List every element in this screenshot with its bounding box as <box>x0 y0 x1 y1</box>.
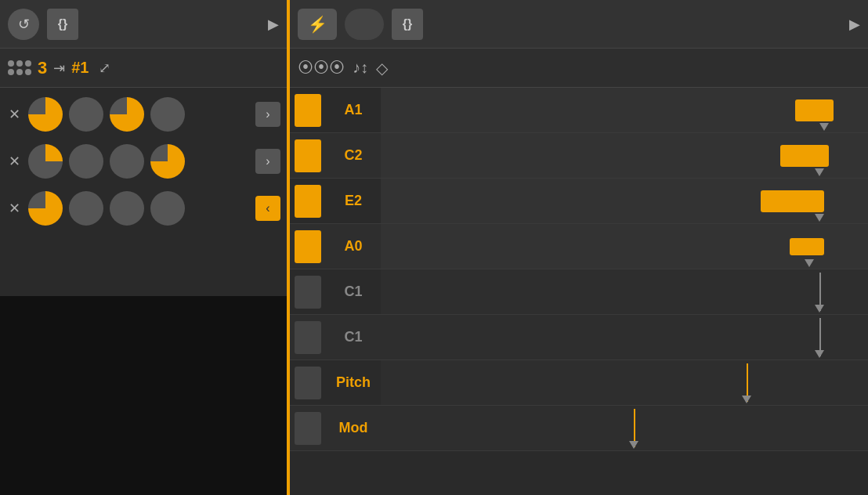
lightning-button[interactable]: ⚡ <box>298 9 337 40</box>
bars-icon[interactable]: ⦿⦿⦿ <box>298 59 345 77</box>
marker-a1 <box>819 123 829 131</box>
note-c2 <box>780 145 829 167</box>
track-label-c1-1: C1 <box>326 284 381 300</box>
track-label-c2: C2 <box>326 147 381 164</box>
track-row-a1: A1 <box>290 88 868 133</box>
marker-pitch <box>742 396 751 403</box>
grid-row-2: ✕ › <box>6 139 280 183</box>
track-row-a0: A0 <box>290 224 868 269</box>
circle-1-2[interactable] <box>69 97 103 132</box>
lightning-icon: ⚡ <box>308 15 327 34</box>
grid-area: ✕ › ✕ › ✕ ‹ <box>0 88 287 296</box>
left-panel: ↺ {} ▶ 3 ⇥ #1 ⤢ ✕ › ✕ <box>0 0 290 495</box>
note-a0 <box>790 238 824 255</box>
track-color-c2[interactable] <box>295 139 321 172</box>
line-c1-2 <box>819 318 821 356</box>
grid-row-3: ✕ ‹ <box>6 186 280 230</box>
marker-c2 <box>815 168 824 176</box>
loop-button[interactable]: ↺ <box>8 9 39 40</box>
marker-a0 <box>805 259 814 267</box>
remove-btn-2[interactable]: ✕ <box>6 153 22 170</box>
track-label-e2: E2 <box>326 193 381 209</box>
circle-2-3[interactable] <box>110 144 144 179</box>
play-button-right[interactable]: ▶ <box>849 16 860 33</box>
note-icon[interactable]: ♪↕ <box>353 59 368 77</box>
remove-btn-3[interactable]: ✕ <box>6 200 22 217</box>
marker-e2 <box>815 214 824 222</box>
track-lane-a1[interactable] <box>381 88 868 132</box>
track-lane-mod[interactable] <box>381 406 868 450</box>
track-color-c1-1[interactable] <box>295 276 321 309</box>
curly-icon-left: {} <box>58 17 67 31</box>
dots-grid <box>8 60 31 75</box>
line-c1-1 <box>819 273 821 311</box>
circle-1-3[interactable] <box>110 97 144 132</box>
diamond-icon[interactable]: ◇ <box>376 59 388 78</box>
track-row-pitch: Pitch <box>290 360 868 406</box>
toggle-btn[interactable] <box>345 9 384 40</box>
curly-button-left[interactable]: {} <box>47 9 78 40</box>
remove-btn-1[interactable]: ✕ <box>6 106 22 123</box>
track-lane-c1-2[interactable] <box>381 315 868 360</box>
track-label-c1-2: C1 <box>326 329 381 345</box>
right-header: ⚡ {} ▶ <box>290 0 868 49</box>
tracks-area: A1 C2 E2 A0 <box>290 88 868 495</box>
track-label-a1: A1 <box>326 102 381 118</box>
track-number: 3 <box>38 58 47 78</box>
circle-2-4[interactable] <box>150 144 185 179</box>
circle-3-1[interactable] <box>28 191 63 226</box>
track-lane-c2[interactable] <box>381 133 868 178</box>
loop-icon: ↺ <box>18 16 30 33</box>
track-color-mod[interactable] <box>295 412 321 445</box>
circle-2-1[interactable] <box>28 144 63 179</box>
circle-3-4[interactable] <box>150 191 185 226</box>
left-bottom-fill <box>0 296 287 495</box>
track-label-pitch: Pitch <box>326 374 381 391</box>
circle-2-2[interactable] <box>69 144 103 179</box>
track-color-e2[interactable] <box>295 185 321 218</box>
right-panel: ⚡ {} ▶ ⦿⦿⦿ ♪↕ ◇ A1 C2 <box>290 0 868 495</box>
track-color-a0[interactable] <box>295 230 321 263</box>
track-lane-a0[interactable] <box>381 224 868 269</box>
track-color-pitch[interactable] <box>295 367 321 399</box>
grid-row-1: ✕ › <box>6 92 280 136</box>
track-lane-pitch[interactable] <box>381 360 868 405</box>
arrow-btn-2[interactable]: › <box>255 149 280 174</box>
circle-3-2[interactable] <box>69 191 103 226</box>
hash-label: #1 <box>71 59 89 77</box>
left-toolbar: 3 ⇥ #1 ⤢ <box>0 49 287 88</box>
track-label-mod: Mod <box>326 420 381 436</box>
arrow-btn-3[interactable]: ‹ <box>255 196 280 221</box>
right-toolbar: ⦿⦿⦿ ♪↕ ◇ <box>290 49 868 88</box>
track-label-a0: A0 <box>326 238 381 255</box>
circle-1-4[interactable] <box>150 97 185 132</box>
track-row-mod: Mod <box>290 406 868 451</box>
curly-icon-right: {} <box>403 17 412 31</box>
marker-mod <box>629 441 638 449</box>
import-icon[interactable]: ⇥ <box>53 60 65 77</box>
note-e2 <box>761 190 824 212</box>
track-lane-c1-1[interactable] <box>381 269 868 314</box>
left-header: ↺ {} ▶ <box>0 0 287 49</box>
track-row-c1-1: C1 <box>290 269 868 315</box>
track-color-a1[interactable] <box>295 94 321 127</box>
circle-1-1[interactable] <box>28 97 63 132</box>
track-row-c1-2: C1 <box>290 315 868 360</box>
track-lane-e2[interactable] <box>381 179 868 223</box>
note-a1 <box>795 99 834 121</box>
expand-icon[interactable]: ⤢ <box>99 60 110 77</box>
track-color-c1-2[interactable] <box>295 321 321 354</box>
curly-button-right[interactable]: {} <box>392 9 423 40</box>
track-row-e2: E2 <box>290 179 868 224</box>
track-row-c2: C2 <box>290 133 868 179</box>
arrow-btn-1[interactable]: › <box>255 102 280 127</box>
circle-3-3[interactable] <box>110 191 144 226</box>
play-button-left[interactable]: ▶ <box>268 16 279 33</box>
